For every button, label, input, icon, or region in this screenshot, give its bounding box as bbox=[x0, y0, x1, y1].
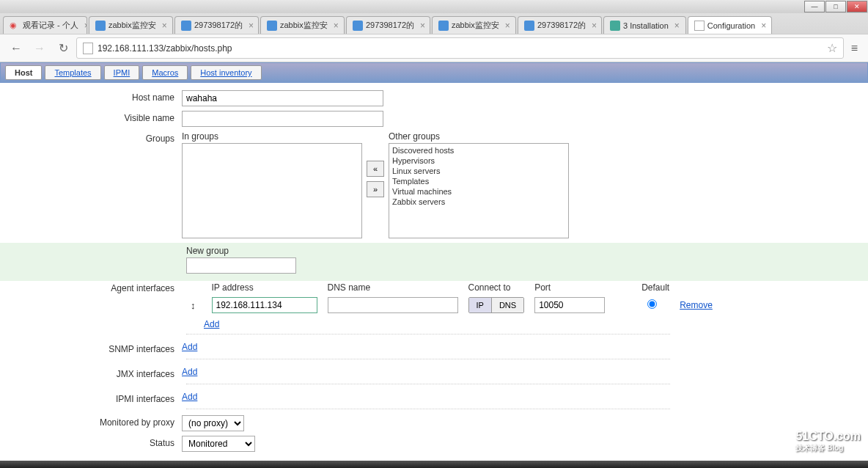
browser-tab[interactable]: zabbix监控安× bbox=[89, 16, 173, 34]
list-item[interactable]: Linux servers bbox=[391, 166, 567, 176]
connect-to-toggle: IP DNS bbox=[468, 297, 525, 313]
nav-back-button[interactable]: ← bbox=[6, 38, 26, 59]
host-name-label: Host name bbox=[0, 90, 182, 103]
page-icon bbox=[83, 43, 93, 54]
status-label: Status bbox=[0, 436, 182, 448]
browser-tab[interactable]: zabbix监控安× bbox=[260, 16, 345, 34]
browser-tab[interactable]: 297398172的× bbox=[174, 16, 259, 34]
proxy-select[interactable]: (no proxy) bbox=[182, 415, 244, 431]
monitored-by-proxy-label: Monitored by proxy bbox=[0, 415, 182, 428]
connect-dns-button[interactable]: DNS bbox=[492, 298, 523, 312]
browser-tab[interactable]: 297398172的× bbox=[518, 16, 602, 34]
nav-forward-button[interactable]: → bbox=[29, 38, 50, 59]
add-snmp-interface-link[interactable]: Add bbox=[182, 342, 197, 352]
favicon bbox=[694, 21, 705, 31]
tab-close-icon[interactable]: × bbox=[761, 21, 766, 31]
favicon bbox=[524, 21, 534, 31]
agent-port-input[interactable] bbox=[534, 297, 605, 313]
favicon bbox=[181, 21, 191, 31]
favicon bbox=[610, 21, 620, 31]
visible-name-input[interactable] bbox=[182, 111, 383, 127]
tab-close-icon[interactable]: × bbox=[674, 21, 680, 31]
snmp-interfaces-label: SNMP interfaces bbox=[0, 342, 182, 354]
jmx-interfaces-label: JMX interfaces bbox=[0, 367, 182, 379]
tab-templates[interactable]: Templates bbox=[45, 65, 100, 80]
taskbar bbox=[0, 461, 868, 468]
connect-ip-button[interactable]: IP bbox=[469, 298, 492, 312]
other-groups-listbox[interactable]: Discovered hosts Hypervisors Linux serve… bbox=[389, 143, 569, 238]
default-header: Default bbox=[612, 281, 677, 294]
other-groups-label: Other groups bbox=[389, 131, 569, 142]
window-close[interactable]: ✕ bbox=[847, 1, 867, 12]
chrome-menu-icon[interactable]: ≡ bbox=[847, 42, 862, 55]
nav-reload-button[interactable]: ↻ bbox=[53, 38, 73, 59]
dns-name-header: DNS name bbox=[325, 281, 466, 294]
add-ipmi-interface-link[interactable]: Add bbox=[182, 392, 197, 402]
agent-dns-input[interactable] bbox=[328, 297, 458, 313]
tab-close-icon[interactable]: × bbox=[84, 21, 87, 31]
in-groups-listbox[interactable] bbox=[182, 143, 362, 238]
list-item[interactable]: Templates bbox=[391, 176, 567, 186]
tab-close-icon[interactable]: × bbox=[420, 21, 425, 31]
window-maximize[interactable]: □ bbox=[825, 1, 846, 12]
tab-host-inventory[interactable]: Host inventory bbox=[191, 65, 261, 80]
window-minimize[interactable]: — bbox=[804, 1, 825, 12]
add-jmx-interface-link[interactable]: Add bbox=[182, 367, 197, 377]
move-left-button[interactable]: « bbox=[367, 161, 384, 177]
tab-close-icon[interactable]: × bbox=[505, 21, 510, 31]
new-group-label: New group bbox=[186, 246, 868, 256]
favicon bbox=[95, 21, 106, 31]
drag-handle-icon[interactable]: ↕ bbox=[185, 300, 202, 311]
remove-interface-link[interactable]: Remove bbox=[680, 300, 713, 310]
browser-tab[interactable]: 3 Installation× bbox=[603, 16, 686, 34]
new-group-input[interactable] bbox=[186, 257, 296, 274]
agent-ip-input[interactable] bbox=[212, 297, 317, 313]
browser-tabs: ◉观看记录 - 个人× zabbix监控安× 297398172的× zabbi… bbox=[0, 13, 868, 34]
port-header: Port bbox=[532, 281, 612, 294]
form-tabs: Host Templates IPMI Macros Host inventor… bbox=[0, 62, 868, 83]
list-item[interactable]: Hypervisors bbox=[391, 156, 567, 166]
move-right-button[interactable]: » bbox=[367, 181, 384, 197]
groups-label: Groups bbox=[0, 131, 182, 144]
host-name-input[interactable] bbox=[182, 90, 383, 106]
bookmark-star-icon[interactable]: ☆ bbox=[827, 41, 837, 55]
connect-to-header: Connect to bbox=[466, 281, 532, 294]
tab-ipmi[interactable]: IPMI bbox=[104, 65, 140, 80]
list-item[interactable]: Zabbix servers bbox=[391, 197, 567, 207]
ipmi-interfaces-label: IPMI interfaces bbox=[0, 392, 182, 404]
address-bar[interactable]: 192.168.111.133/zabbix/hosts.php ☆ bbox=[76, 37, 844, 59]
browser-tab[interactable]: 297398172的× bbox=[346, 16, 430, 34]
tab-macros[interactable]: Macros bbox=[142, 65, 188, 80]
visible-name-label: Visible name bbox=[0, 111, 182, 123]
browser-tab[interactable]: zabbix监控安× bbox=[432, 16, 516, 34]
favicon bbox=[267, 21, 277, 31]
tab-host[interactable]: Host bbox=[5, 65, 42, 80]
url-text: 192.168.111.133/zabbix/hosts.php bbox=[98, 43, 823, 54]
tab-close-icon[interactable]: × bbox=[334, 21, 339, 31]
add-agent-interface-link[interactable]: Add bbox=[204, 319, 219, 329]
in-groups-label: In groups bbox=[182, 131, 362, 142]
status-select[interactable]: Monitored bbox=[182, 436, 255, 452]
browser-tab[interactable]: Configuration× bbox=[688, 16, 772, 34]
list-item[interactable]: Virtual machines bbox=[391, 186, 567, 197]
favicon bbox=[438, 21, 449, 31]
tab-close-icon[interactable]: × bbox=[162, 21, 167, 31]
browser-tab[interactable]: ◉观看记录 - 个人× bbox=[3, 16, 87, 34]
agent-interfaces-label: Agent interfaces bbox=[0, 281, 182, 329]
tab-close-icon[interactable]: × bbox=[249, 21, 254, 31]
tab-close-icon[interactable]: × bbox=[592, 21, 597, 31]
ip-address-header: IP address bbox=[209, 281, 325, 294]
default-interface-radio[interactable] bbox=[647, 299, 657, 309]
favicon: ◉ bbox=[10, 21, 20, 31]
favicon bbox=[353, 21, 363, 31]
list-item[interactable]: Discovered hosts bbox=[391, 145, 567, 156]
